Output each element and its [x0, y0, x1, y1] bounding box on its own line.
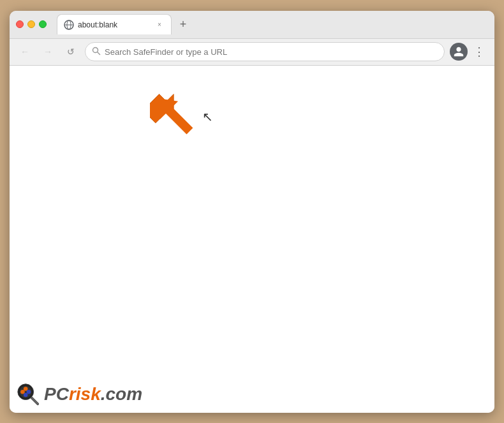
tab-title: about:blank: [78, 20, 151, 29]
forward-button[interactable]: →: [39, 43, 57, 61]
toolbar: ← → ↺ ⋮: [10, 39, 494, 66]
browser-window: about:blank × + ← → ↺ ⋮: [10, 11, 494, 413]
svg-point-12: [24, 392, 28, 397]
new-tab-button[interactable]: +: [174, 15, 192, 33]
svg-line-4: [98, 52, 100, 54]
svg-point-9: [20, 389, 25, 394]
account-button[interactable]: [450, 43, 468, 61]
pcrisk-watermark: PCrisk .com: [16, 382, 142, 406]
page-content: ↖ PCrisk .com: [10, 66, 494, 413]
minimize-window-button[interactable]: [27, 20, 35, 28]
browser-menu-button[interactable]: ⋮: [470, 43, 488, 61]
title-bar: about:blank × +: [10, 11, 494, 39]
close-tab-button[interactable]: ×: [154, 20, 165, 30]
tab-favicon-icon: [64, 20, 74, 30]
svg-marker-6: [148, 89, 199, 140]
back-button[interactable]: ←: [16, 43, 34, 61]
pcrisk-logo-icon: [16, 382, 40, 406]
svg-line-14: [32, 397, 38, 404]
url-input[interactable]: [105, 47, 438, 57]
svg-point-11: [27, 389, 31, 394]
address-bar[interactable]: [85, 42, 445, 61]
arrow-svg: [147, 88, 201, 142]
reload-button[interactable]: ↺: [62, 43, 80, 61]
pcrisk-domain-text: .com: [101, 384, 142, 404]
svg-point-10: [24, 387, 28, 391]
search-icon: [92, 47, 101, 57]
active-tab[interactable]: about:blank ×: [57, 14, 172, 34]
mouse-cursor: ↖: [202, 109, 213, 124]
maximize-window-button[interactable]: [39, 20, 47, 28]
tab-area: about:blank × +: [57, 14, 488, 34]
pcrisk-pc-text: PCrisk: [44, 384, 101, 404]
traffic-lights: [16, 20, 47, 28]
pcrisk-brand-text: PCrisk .com: [44, 384, 142, 404]
directional-arrow: [147, 88, 201, 145]
close-window-button[interactable]: [16, 20, 24, 28]
toolbar-right: ⋮: [450, 43, 488, 61]
